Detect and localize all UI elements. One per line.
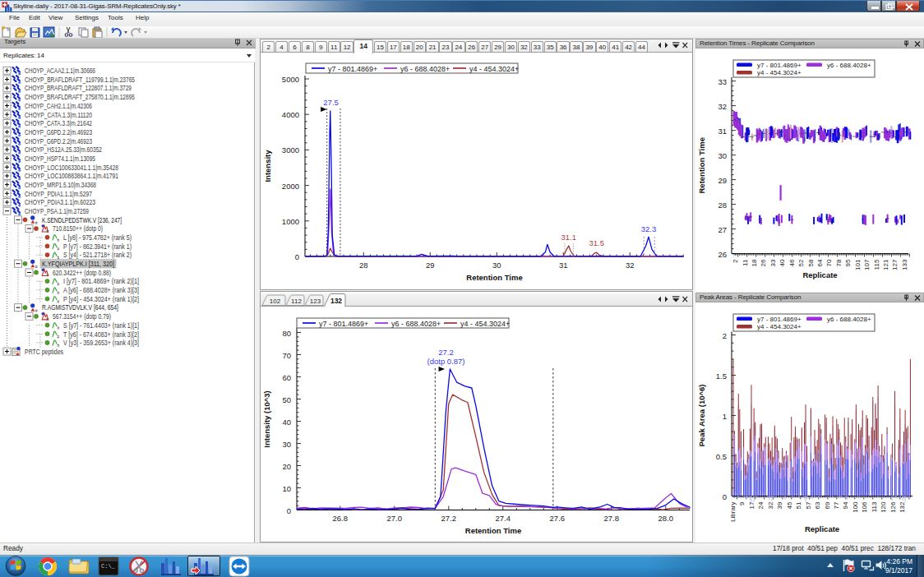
svg-text:Replicate: Replicate — [805, 524, 839, 533]
svg-text:29: 29 — [718, 176, 727, 185]
svg-text:S [y7] - 761.4403+ (rank 1)[1]: S [y7] - 761.4403+ (rank 1)[1] — [63, 321, 139, 330]
svg-text:32: 32 — [626, 261, 635, 270]
svg-text:58: 58 — [807, 259, 815, 266]
svg-text:PRTC peptides: PRTC peptides — [25, 348, 63, 356]
svg-text:95: 95 — [844, 259, 852, 266]
svg-text:10: 10 — [282, 484, 291, 493]
svg-text:50: 50 — [282, 395, 291, 404]
svg-text:A [y6] - 688.4028+ (rank 3)[3]: A [y6] - 688.4028+ (rank 3)[3] — [63, 286, 139, 294]
svg-text:29: 29 — [426, 261, 435, 270]
svg-text:69: 69 — [824, 501, 831, 509]
svg-text:132: 132 — [899, 501, 906, 513]
svg-text:63: 63 — [814, 501, 821, 509]
svg-text:2000: 2000 — [282, 182, 299, 191]
svg-text:33: 33 — [769, 259, 777, 266]
svg-text:123: 123 — [310, 298, 321, 305]
svg-text:I [y7] - 801.4869+ (rank 2)[1]: I [y7] - 801.4869+ (rank 2)[1] — [63, 277, 139, 285]
svg-text:32: 32 — [767, 501, 774, 509]
svg-text:26: 26 — [760, 259, 767, 266]
svg-text:60: 60 — [282, 373, 291, 382]
svg-text:57: 57 — [805, 501, 812, 509]
svg-text:2: 2 — [723, 331, 727, 340]
svg-text:(dotp 0.87): (dotp 0.87) — [427, 357, 465, 366]
svg-text:24: 24 — [757, 501, 765, 509]
svg-text:102: 102 — [270, 298, 281, 305]
svg-text:710.8150++ (dotp 0): 710.8150++ (dotp 0) — [53, 224, 103, 233]
svg-text:y4 - 454.3024+: y4 - 454.3024+ — [757, 323, 802, 330]
svg-text:20: 20 — [282, 462, 291, 471]
svg-text:30: 30 — [492, 261, 501, 270]
svg-text:CHOYP_PDIA1.1.1|m.5297: CHOYP_PDIA1.1.1|m.5297 — [25, 190, 92, 198]
svg-text:CHOYP_CATA.1.3|m.11120: CHOYP_CATA.1.3|m.11120 — [25, 111, 92, 119]
svg-text:115: 115 — [873, 259, 880, 270]
svg-text:11: 11 — [742, 259, 749, 266]
svg-text:133: 133 — [901, 259, 908, 270]
svg-text:620.3422++ (dotp 0.88): 620.3422++ (dotp 0.88) — [53, 269, 111, 277]
svg-text:1: 1 — [723, 412, 727, 421]
svg-text:y4 - 454.3024+: y4 - 454.3024+ — [757, 69, 802, 76]
svg-text:18: 18 — [751, 259, 758, 266]
svg-text:CHOYP_G6PD.2.2|m.46923: CHOYP_G6PD.2.2|m.46923 — [25, 128, 92, 136]
svg-text:127: 127 — [891, 259, 899, 270]
svg-text:52: 52 — [797, 259, 805, 266]
svg-text:CHOYP_HS12A.25.33|m.60352: CHOYP_HS12A.25.33|m.60352 — [25, 145, 102, 154]
svg-text:CHOYP_LOC100883864.1.1|m.41791: CHOYP_LOC100883864.1.1|m.41791 — [25, 172, 118, 180]
svg-text:Retention Time: Retention Time — [697, 137, 706, 193]
svg-text:CHOYP_ACAA2.1.1|m.30666: CHOYP_ACAA2.1.1|m.30666 — [25, 67, 95, 75]
svg-text:31.5: 31.5 — [589, 238, 605, 247]
svg-text:32: 32 — [718, 102, 727, 111]
svg-text:P [y4] - 454.3024+ (rank 1)[2]: P [y4] - 454.3024+ (rank 1)[2] — [63, 295, 139, 303]
svg-text:Replicate: Replicate — [802, 270, 837, 279]
svg-text:K.SENDLPEDSTWK.V [236, 247]: K.SENDLPEDSTWK.V [236, 247] — [42, 216, 122, 224]
svg-text:26.8: 26.8 — [333, 514, 349, 523]
svg-text:132: 132 — [330, 297, 342, 305]
svg-text:3000: 3000 — [282, 145, 299, 155]
svg-text:567.3154++ (dotp 0.79): 567.3154++ (dotp 0.79) — [53, 312, 111, 321]
svg-text:S [y4] - 521.2718+ (rank 2): S [y4] - 521.2718+ (rank 2) — [63, 251, 132, 259]
svg-text:Intensity (10^3): Intensity (10^3) — [262, 390, 271, 447]
svg-text:30: 30 — [282, 440, 291, 449]
svg-text:45: 45 — [786, 501, 793, 509]
svg-text:y4 - 454.3024+: y4 - 454.3024+ — [469, 65, 519, 73]
svg-text:y7 - 801.4869+: y7 - 801.4869+ — [328, 65, 377, 73]
svg-text:P [y7] - 862.3941+ (rank 1): P [y7] - 862.3941+ (rank 1) — [63, 242, 132, 251]
svg-text:27.8: 27.8 — [604, 514, 620, 523]
svg-text:27.4: 27.4 — [496, 514, 511, 523]
svg-text:Retention Time: Retention Time — [466, 273, 522, 282]
svg-text:27.6: 27.6 — [550, 514, 566, 523]
svg-text:1000: 1000 — [282, 217, 299, 226]
svg-text:31.1: 31.1 — [561, 233, 577, 242]
svg-text:y4 - 454.3024+: y4 - 454.3024+ — [460, 320, 510, 328]
svg-text:y6 - 688.4028+: y6 - 688.4028+ — [827, 62, 871, 69]
svg-text:70: 70 — [282, 351, 291, 360]
svg-text:4000: 4000 — [282, 110, 299, 119]
svg-text:27.0: 27.0 — [387, 514, 403, 523]
svg-text:CHOYP_CATA.3.3|m.21642: CHOYP_CATA.3.3|m.21642 — [25, 119, 92, 127]
svg-text:y6 - 688.4028+: y6 - 688.4028+ — [391, 320, 441, 328]
svg-text:26: 26 — [718, 250, 727, 259]
svg-text:Retention Time: Retention Time — [465, 526, 521, 535]
svg-text:27.5: 27.5 — [323, 98, 339, 107]
svg-text:100: 100 — [852, 501, 859, 513]
svg-text:0.5: 0.5 — [716, 452, 727, 461]
svg-text:CHOYP_MRP1.5.10|m.34368: CHOYP_MRP1.5.10|m.34368 — [25, 181, 96, 189]
svg-text:107: 107 — [863, 259, 871, 270]
svg-text:y7 - 801.4869+: y7 - 801.4869+ — [757, 316, 802, 323]
svg-text:0: 0 — [295, 252, 299, 261]
svg-text:101: 101 — [854, 259, 862, 270]
svg-text:CHOYP_PDIA3.1.1|m.60223: CHOYP_PDIA3.1.1|m.60223 — [25, 198, 95, 206]
svg-text:0: 0 — [287, 506, 291, 515]
svg-text:CHOYP_BRAFLDRAFT_122807.1.1|m.: CHOYP_BRAFLDRAFT_122807.1.1|m.3729 — [25, 84, 132, 92]
svg-text:2: 2 — [732, 259, 739, 263]
svg-text:120: 120 — [880, 501, 887, 513]
svg-text:31: 31 — [559, 261, 568, 270]
svg-text:27: 27 — [718, 225, 727, 234]
svg-text:T [y6] - 674.4083+ (rank 3)[2]: T [y6] - 674.4083+ (rank 3)[2] — [63, 330, 139, 339]
svg-text:70: 70 — [825, 259, 833, 266]
svg-text:C:\_: C:\_ — [101, 563, 116, 570]
svg-text:80: 80 — [282, 329, 291, 338]
svg-text:CHOYP_PSA.1.1|m.27259: CHOYP_PSA.1.1|m.27259 — [25, 207, 89, 215]
svg-text:112: 112 — [291, 298, 302, 305]
svg-text:32.3: 32.3 — [641, 224, 657, 233]
svg-text:y7 - 801.4869+: y7 - 801.4869+ — [319, 320, 368, 328]
